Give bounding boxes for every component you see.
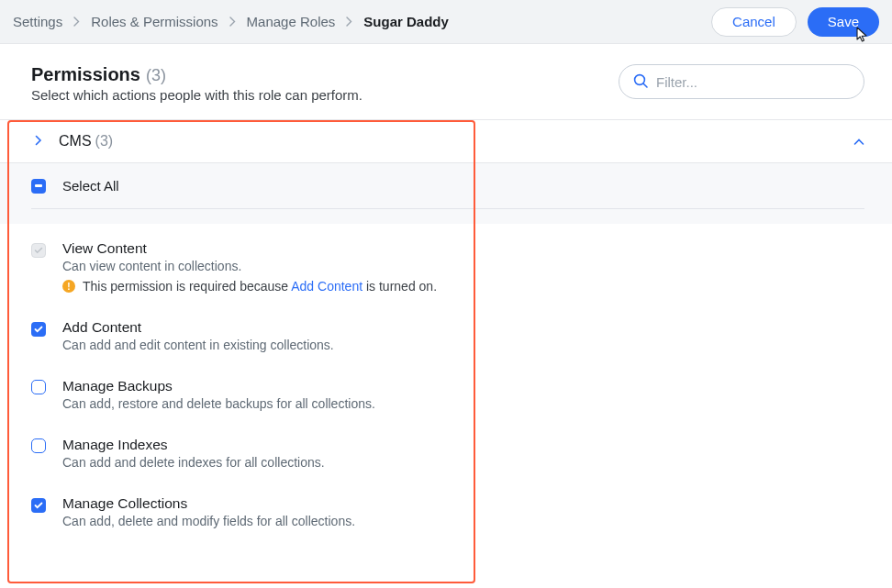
permission-title: Manage Indexes <box>62 437 864 453</box>
permission-description: Can add and delete indexes for all colle… <box>62 455 864 470</box>
page-subtitle: Select which actions people with this ro… <box>31 87 362 103</box>
filter-field[interactable] <box>619 64 864 99</box>
breadcrumb-item-manage-roles[interactable]: Manage Roles <box>247 14 336 29</box>
select-all-label: Select All <box>62 178 119 194</box>
permission-title: Manage Backups <box>62 378 864 394</box>
select-all-checkbox[interactable] <box>31 179 46 194</box>
permission-checkbox[interactable] <box>31 243 46 258</box>
page-header: Permissions (3) Select which actions peo… <box>0 44 892 120</box>
action-buttons: Cancel Save <box>711 7 879 37</box>
permission-checkbox[interactable] <box>31 322 46 337</box>
breadcrumb-item-current: Sugar Daddy <box>363 14 449 29</box>
svg-line-1 <box>643 83 647 87</box>
warning-icon: ! <box>62 280 75 293</box>
chevron-right-icon <box>346 17 352 27</box>
filter-input[interactable] <box>656 74 851 90</box>
permission-note-prefix: This permission is required because <box>83 279 291 294</box>
select-all-row: Select All <box>0 163 892 224</box>
search-icon <box>632 72 649 92</box>
permission-description: Can add, delete and modify fields for al… <box>62 514 864 528</box>
permission-description: Can add, restore and delete backups for … <box>62 396 864 411</box>
permission-manage-indexes: Manage Indexes Can add and delete indexe… <box>31 424 864 483</box>
permission-description: Can view content in collections. <box>62 259 864 273</box>
chevron-up-icon[interactable] <box>853 134 864 149</box>
permission-add-content: Add Content Can add and edit content in … <box>31 306 864 365</box>
permission-description: Can add and edit content in existing col… <box>62 338 864 352</box>
permission-view-content: View Content Can view content in collect… <box>31 227 864 306</box>
section-count: (3) <box>95 133 114 150</box>
chevron-right-icon <box>35 134 42 149</box>
permission-checkbox[interactable] <box>31 498 46 513</box>
permissions-list: View Content Can view content in collect… <box>0 224 892 550</box>
save-button-label: Save <box>828 14 859 29</box>
chevron-right-icon <box>73 17 80 27</box>
cancel-button[interactable]: Cancel <box>711 7 797 37</box>
permission-note: ! This permission is required because Ad… <box>62 279 864 294</box>
permission-note-suffix: is turned on. <box>362 279 437 294</box>
top-bar: Settings Roles & Permissions Manage Role… <box>0 0 892 44</box>
permission-title: Add Content <box>62 319 864 336</box>
permission-checkbox[interactable] <box>31 438 46 453</box>
permission-note-link[interactable]: Add Content <box>291 279 362 294</box>
breadcrumb-item-settings[interactable]: Settings <box>13 14 62 29</box>
permission-title: Manage Collections <box>62 495 864 512</box>
section-header-cms[interactable]: CMS (3) <box>0 120 892 163</box>
save-button[interactable]: Save <box>808 7 879 37</box>
section-title: CMS <box>59 133 92 150</box>
page-title-count: (3) <box>146 66 166 85</box>
permission-checkbox[interactable] <box>31 380 46 394</box>
breadcrumb-item-roles-permissions[interactable]: Roles & Permissions <box>91 14 217 29</box>
breadcrumb: Settings Roles & Permissions Manage Role… <box>13 14 711 29</box>
permission-manage-backups: Manage Backups Can add, restore and dele… <box>31 365 864 424</box>
page-title: Permissions <box>31 64 140 85</box>
permission-title: View Content <box>62 240 864 257</box>
permission-manage-collections: Manage Collections Can add, delete and m… <box>31 483 864 541</box>
chevron-right-icon <box>229 17 236 27</box>
